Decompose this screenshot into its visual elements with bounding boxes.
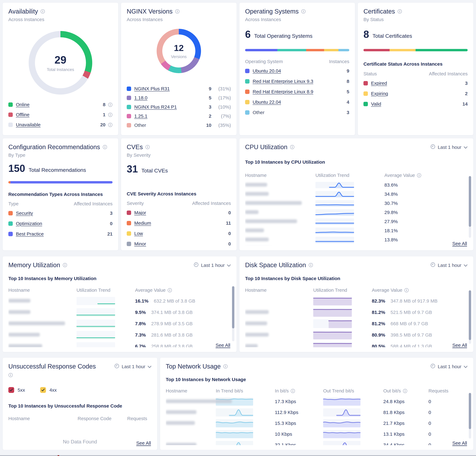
info-icon[interactable]: [168, 288, 172, 293]
see-all-link[interactable]: See All: [216, 343, 230, 348]
see-all-link[interactable]: See All: [136, 440, 151, 446]
row-link[interactable]: Major: [134, 210, 146, 215]
trend-sparkline: [323, 419, 360, 427]
legend-link[interactable]: 1.25.1: [134, 113, 147, 119]
see-all-link[interactable]: See All: [452, 440, 467, 446]
legend-link[interactable]: NGINX Plus R31: [134, 86, 170, 92]
row-link[interactable]: Expired: [371, 81, 387, 86]
legend-link[interactable]: Offline: [16, 112, 29, 117]
scrollbar-thumb[interactable]: [469, 290, 471, 340]
row-link[interactable]: Best Practice: [16, 231, 44, 237]
see-all-link[interactable]: See All: [452, 343, 467, 348]
row-link[interactable]: Ubuntu 20.04: [253, 68, 281, 74]
hostname-blurred[interactable]: [245, 183, 267, 187]
see-all-link[interactable]: See All: [452, 241, 467, 246]
legend-swatch: [127, 123, 131, 127]
row-link[interactable]: Red Hat Enterprise Linux 8.9: [253, 89, 313, 94]
cves-card: CVEs By Severity 31 Total CVEs CVE Sever…: [121, 138, 237, 251]
row-link[interactable]: Optimization: [16, 221, 42, 226]
filter-label: 4xx: [50, 387, 57, 393]
column-header: In Trend bit/s: [216, 388, 275, 394]
hostname-blurred[interactable]: [245, 210, 258, 214]
legend-percent: (31%): [214, 86, 231, 92]
hostname-blurred[interactable]: [8, 310, 30, 314]
hostname-blurred[interactable]: [166, 443, 196, 445]
info-icon[interactable]: [290, 145, 295, 149]
info-icon[interactable]: [108, 112, 112, 117]
scrollbar-thumb[interactable]: [469, 176, 471, 227]
trend-sparkline: [76, 320, 115, 328]
row-value: 3: [465, 81, 468, 86]
hostname-blurred[interactable]: [245, 310, 269, 314]
time-range-select[interactable]: Last 1 hour: [114, 362, 152, 370]
info-icon[interactable]: [103, 145, 107, 149]
legend-value: 10: [206, 123, 211, 128]
info-icon[interactable]: [290, 389, 295, 393]
info-icon[interactable]: [175, 9, 180, 14]
legend-link[interactable]: Unavailable: [16, 122, 41, 127]
filter-checkbox-4xx[interactable]: 4xx: [40, 387, 57, 393]
table-row: 17.3 Kbps24.8 Kbps0: [166, 396, 468, 407]
row-link[interactable]: Minor: [134, 241, 146, 246]
trend-sparkline: [315, 191, 354, 197]
row-link[interactable]: Low: [134, 231, 143, 236]
info-icon[interactable]: [403, 389, 407, 393]
hostname-blurred[interactable]: [245, 321, 267, 325]
info-icon[interactable]: [108, 123, 112, 127]
row-link[interactable]: Valid: [371, 101, 381, 107]
info-icon[interactable]: [108, 102, 112, 107]
info-icon[interactable]: [404, 288, 409, 293]
checkbox[interactable]: [8, 387, 14, 393]
hostname-blurred[interactable]: [245, 192, 269, 196]
time-range-select[interactable]: Last 1 hour: [430, 143, 468, 151]
info-icon[interactable]: [8, 373, 13, 377]
hostname-blurred[interactable]: [245, 228, 264, 232]
hostname-blurred[interactable]: [166, 410, 196, 414]
card-subtitle: By Type: [8, 152, 112, 158]
trend-sparkline: [315, 209, 354, 216]
info-icon[interactable]: [417, 173, 421, 178]
info-icon[interactable]: [41, 9, 45, 14]
scrollbar-thumb[interactable]: [232, 286, 234, 328]
time-range-select[interactable]: Last 1 hour: [430, 261, 468, 269]
info-icon[interactable]: [145, 145, 150, 149]
hostname-blurred[interactable]: [166, 399, 232, 403]
row-link[interactable]: Security: [16, 211, 33, 216]
hostname-blurred[interactable]: [166, 421, 195, 425]
row-link[interactable]: Ubuntu 22.04: [253, 100, 281, 105]
scrollbar-thumb[interactable]: [469, 393, 471, 429]
info-icon[interactable]: [308, 263, 313, 267]
hostname-blurred[interactable]: [245, 219, 297, 223]
filter-checkbox-5xx[interactable]: 5xx: [8, 387, 25, 393]
card-title: Memory Utilization: [8, 261, 60, 269]
row-link[interactable]: Red Hat Enterprise Linux 9.3: [253, 79, 313, 84]
time-range-select[interactable]: Last 1 hour: [194, 261, 231, 269]
legend-link[interactable]: 1.18.0: [134, 95, 147, 101]
hostname-blurred[interactable]: [8, 344, 42, 347]
trend-sparkline: [313, 308, 352, 317]
hostname-blurred[interactable]: [245, 333, 269, 337]
info-icon[interactable]: [223, 364, 228, 369]
checkbox[interactable]: [40, 387, 46, 393]
info-icon[interactable]: [301, 9, 306, 14]
row-value: 9: [347, 68, 349, 74]
hostname-blurred[interactable]: [245, 201, 302, 205]
info-icon[interactable]: [63, 263, 67, 267]
hostname-blurred[interactable]: [245, 344, 258, 347]
hostname-blurred[interactable]: [8, 299, 30, 303]
legend-link[interactable]: NGINX Plus R24 P1: [134, 104, 177, 110]
trend-sparkline: [313, 331, 352, 339]
horizontal-scrollbar[interactable]: [0, 455, 476, 456]
table-row: 82.3%347.8 MB of 917.9 MB: [245, 295, 468, 307]
table-row: 80.5%588.4 MB of 1.3 GB: [245, 341, 468, 347]
hostname-blurred[interactable]: [8, 333, 40, 337]
hostname-blurred[interactable]: [245, 238, 269, 241]
total-label: Total Certificates: [373, 33, 412, 39]
hostname-blurred[interactable]: [8, 321, 65, 325]
recommendations-table: Security3Optimization0Best Practice21: [8, 208, 112, 239]
row-link[interactable]: Medium: [134, 220, 151, 226]
time-range-select[interactable]: Last 1 hour: [430, 362, 468, 370]
info-icon[interactable]: [398, 9, 402, 14]
row-link[interactable]: Expiring: [371, 91, 388, 96]
legend-link[interactable]: Online: [16, 102, 30, 107]
